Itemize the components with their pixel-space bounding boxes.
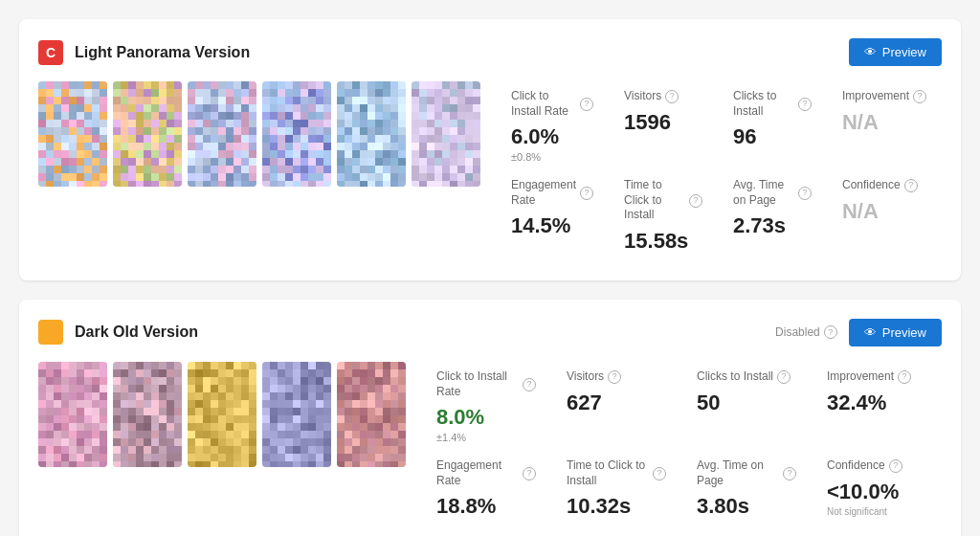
- variant-title: Dark Old Version: [75, 324, 764, 341]
- disabled-badge: Disabled?: [775, 325, 837, 339]
- eye-icon: 👁: [864, 325, 877, 340]
- stat-cell: Engagement Rate ?18.8%: [421, 451, 551, 526]
- thumbnail-0[interactable]: [38, 362, 107, 467]
- stat-label: Confidence ?: [842, 178, 926, 193]
- stat-cell: Engagement Rate ?14.5%: [496, 170, 609, 261]
- thumbnail-4[interactable]: [337, 362, 406, 467]
- stat-delta: ±1.4%: [436, 432, 536, 443]
- stat-label: Engagement Rate ?: [511, 178, 593, 208]
- stat-cell: Clicks to Install ?50: [681, 362, 812, 451]
- stat-cell: Visitors ?1596: [609, 81, 718, 170]
- stat-info-icon[interactable]: ?: [689, 194, 702, 208]
- variant-title: Light Panorama Version: [75, 44, 837, 61]
- stat-cell: Avg. Time on Page ?2.73s: [718, 170, 827, 261]
- preview-button[interactable]: 👁Preview: [849, 319, 942, 346]
- thumbnail-4[interactable]: [337, 81, 406, 187]
- stat-label: Avg. Time on Page ?: [733, 178, 812, 208]
- stat-cell: Clicks to Install ?96: [718, 81, 827, 170]
- stat-info-icon[interactable]: ?: [523, 378, 536, 391]
- not-significant-label: Not significant: [827, 506, 926, 517]
- stat-value: 14.5%: [511, 213, 593, 238]
- stat-value: N/A: [842, 110, 926, 135]
- card-header: CLight Panorama Version👁Preview: [38, 38, 942, 66]
- stat-info-icon[interactable]: ?: [898, 370, 911, 384]
- stat-label: Engagement Rate ?: [436, 458, 536, 488]
- variant-icon: [38, 320, 63, 345]
- stat-info-icon[interactable]: ?: [608, 370, 621, 384]
- stat-info-icon[interactable]: ?: [653, 467, 666, 480]
- eye-icon: 👁: [864, 45, 877, 59]
- card-body: Click to Install Rate ?8.0%±1.4%Visitors…: [38, 362, 942, 526]
- stat-label: Click to Install Rate ?: [436, 369, 536, 399]
- preview-button[interactable]: 👁Preview: [849, 38, 942, 66]
- stat-cell: Click to Install Rate ?6.0%±0.8%: [496, 81, 609, 170]
- thumbnail-canvas-2: [188, 362, 256, 467]
- thumbnail-canvas-5: [412, 81, 480, 187]
- stat-value: <10.0%: [827, 480, 926, 504]
- thumbnails-container: [38, 362, 406, 526]
- stats-grid: Click to Install Rate ?8.0%±1.4%Visitors…: [421, 362, 942, 526]
- stat-value: 50: [697, 391, 796, 415]
- stat-info-icon[interactable]: ?: [783, 467, 796, 480]
- stat-label: Visitors ?: [567, 369, 666, 385]
- stat-cell: Confidence ?<10.0%Not significant: [812, 451, 942, 526]
- stat-info-icon[interactable]: ?: [798, 187, 812, 200]
- thumbnail-canvas-1: [113, 362, 182, 467]
- stat-value: N/A: [842, 199, 926, 224]
- stat-label: Confidence ?: [827, 458, 926, 474]
- stat-info-icon[interactable]: ?: [889, 459, 902, 473]
- stat-label: Avg. Time on Page ?: [697, 458, 796, 488]
- stat-info-icon[interactable]: ?: [904, 179, 918, 192]
- stats-grid: Click to Install Rate ?6.0%±0.8%Visitors…: [496, 81, 942, 261]
- variant-icon: C: [38, 40, 63, 65]
- thumbnail-canvas-0: [38, 362, 107, 467]
- stat-value: 96: [733, 124, 812, 149]
- stat-info-icon[interactable]: ?: [580, 98, 593, 111]
- stat-value: 15.58s: [624, 229, 702, 254]
- stat-label: Improvement ?: [842, 89, 926, 104]
- stat-value: 8.0%: [436, 405, 536, 430]
- thumbnail-1[interactable]: [113, 81, 182, 187]
- thumbnail-0[interactable]: [38, 81, 107, 187]
- thumbnail-canvas-3: [262, 81, 331, 187]
- stat-info-icon[interactable]: ?: [523, 467, 536, 480]
- stat-label: Click to Install Rate ?: [511, 89, 593, 119]
- stat-cell: Confidence ?N/A: [827, 170, 942, 261]
- stat-label: Improvement ?: [827, 369, 926, 385]
- thumbnail-5[interactable]: [412, 81, 480, 187]
- thumbnail-canvas-2: [188, 81, 256, 187]
- stat-cell: Improvement ?N/A: [827, 81, 942, 170]
- stat-value: 627: [567, 391, 666, 415]
- thumbnail-canvas-3: [262, 362, 331, 467]
- thumbnail-3[interactable]: [262, 362, 331, 467]
- stat-info-icon[interactable]: ?: [913, 90, 926, 103]
- thumbnail-3[interactable]: [262, 81, 331, 187]
- stat-label: Time to Click to Install ?: [567, 458, 666, 488]
- stat-value: 18.8%: [436, 494, 536, 519]
- stat-cell: Time to Click to Install ?10.32s: [551, 451, 681, 526]
- thumbnail-canvas-4: [337, 81, 406, 187]
- stat-value: 6.0%: [511, 124, 593, 149]
- thumbnail-2[interactable]: [188, 362, 256, 467]
- stat-value: 32.4%: [827, 391, 926, 415]
- stat-value: 10.32s: [567, 494, 666, 519]
- thumbnails-container: [38, 81, 480, 261]
- stat-cell: Improvement ?32.4%: [812, 362, 942, 451]
- stat-value: 2.73s: [733, 213, 812, 238]
- stat-info-icon[interactable]: ?: [580, 187, 593, 200]
- disabled-info-icon[interactable]: ?: [824, 325, 837, 339]
- stat-label: Clicks to Install ?: [697, 369, 796, 385]
- thumbnail-canvas-4: [337, 362, 406, 467]
- thumbnail-2[interactable]: [188, 81, 256, 187]
- stat-cell: Click to Install Rate ?8.0%±1.4%: [421, 362, 551, 451]
- stat-info-icon[interactable]: ?: [665, 90, 679, 103]
- card-body: Click to Install Rate ?6.0%±0.8%Visitors…: [38, 81, 942, 261]
- stat-label: Clicks to Install ?: [733, 89, 812, 119]
- thumbnail-canvas-0: [38, 81, 107, 187]
- stat-delta: ±0.8%: [511, 151, 593, 163]
- stat-info-icon[interactable]: ?: [798, 98, 812, 111]
- thumbnail-canvas-1: [113, 81, 182, 187]
- card-header: Dark Old VersionDisabled?👁Preview: [38, 319, 942, 346]
- stat-info-icon[interactable]: ?: [777, 370, 791, 384]
- thumbnail-1[interactable]: [113, 362, 182, 467]
